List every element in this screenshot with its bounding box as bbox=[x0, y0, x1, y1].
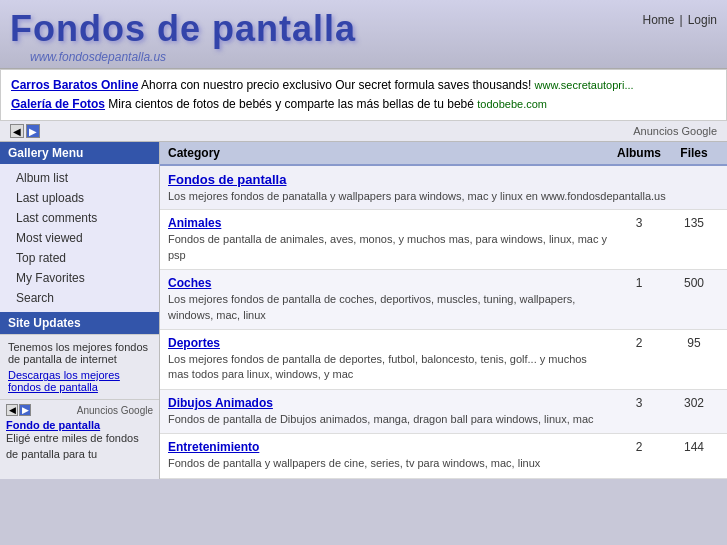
sidebar-ad-text: Eligé entre miles de fondos de pantalla … bbox=[6, 432, 139, 459]
ad-green-2: todobebe.com bbox=[477, 98, 547, 110]
ad-nav-buttons: ◀ ▶ bbox=[10, 124, 40, 138]
site-updates-title: Site Updates bbox=[0, 312, 159, 334]
header-nav: Home | Login bbox=[642, 8, 717, 27]
category-files-count: 135 bbox=[669, 216, 719, 230]
nav-separator: | bbox=[680, 13, 683, 27]
ad-row-2: Galería de Fotos Mira cientos de fotos d… bbox=[11, 95, 716, 114]
sidebar-ad-content: Fondo de pantalla Eligé entre miles de f… bbox=[6, 419, 153, 462]
sidebar-item-my-favorites[interactable]: My Favorites bbox=[0, 268, 159, 288]
site-updates-text: Tenemos los mejores fondos de pantalla d… bbox=[8, 341, 151, 365]
sidebar-ad-next-btn[interactable]: ▶ bbox=[19, 404, 31, 416]
category-name[interactable]: Dibujos Animados bbox=[168, 396, 609, 410]
table-row: Deportes Los mejores fondos de pantalla … bbox=[160, 330, 727, 390]
logo-area: Fondos de pantalla www.fondosdepantalla.… bbox=[10, 8, 356, 64]
sidebar-item-top-rated[interactable]: Top rated bbox=[0, 248, 159, 268]
ad-green-1: www.secretautopri... bbox=[535, 79, 634, 91]
category-desc: Fondos de pantalla de animales, aves, mo… bbox=[168, 233, 607, 260]
site-url: www.fondosdepantalla.us bbox=[30, 50, 166, 64]
top-category-row: Fondos de pantalla Los mejores fondos de… bbox=[160, 166, 727, 210]
sidebar-ad-google-label: Anuncios Google bbox=[77, 405, 153, 416]
gallery-menu-title: Gallery Menu bbox=[0, 142, 159, 164]
sidebar-item-last-uploads[interactable]: Last uploads bbox=[0, 188, 159, 208]
category-name[interactable]: Animales bbox=[168, 216, 609, 230]
col-category-header: Category bbox=[168, 146, 609, 160]
category-info: Dibujos Animados Fondos de pantalla de D… bbox=[168, 396, 609, 427]
gallery-menu: Album list Last uploads Last comments Mo… bbox=[0, 164, 159, 312]
google-ads-label: Anuncios Google bbox=[633, 125, 717, 137]
sidebar-item-last-comments[interactable]: Last comments bbox=[0, 208, 159, 228]
category-info: Deportes Los mejores fondos de pantalla … bbox=[168, 336, 609, 383]
col-albums-header: Albums bbox=[609, 146, 669, 160]
category-files-count: 95 bbox=[669, 336, 719, 350]
site-updates-content: Tenemos los mejores fondos de pantalla d… bbox=[0, 334, 159, 399]
ad-banner: Carros Baratos Online Ahorra con nuestro… bbox=[0, 69, 727, 121]
category-info: Coches Los mejores fondos de pantalla de… bbox=[168, 276, 609, 323]
ad-prev-button[interactable]: ◀ bbox=[10, 124, 24, 138]
main-content: Gallery Menu Album list Last uploads Las… bbox=[0, 142, 727, 478]
table-row: Dibujos Animados Fondos de pantalla de D… bbox=[160, 390, 727, 434]
category-desc: Fondos de pantalla y wallpapers de cine,… bbox=[168, 457, 540, 469]
ad-body-1: Ahorra con nuestro precio exclusivo Our … bbox=[138, 78, 531, 92]
category-albums-count: 1 bbox=[609, 276, 669, 290]
content-table-header: Category Albums Files bbox=[160, 142, 727, 166]
top-category-name[interactable]: Fondos de pantalla bbox=[168, 172, 719, 187]
category-name[interactable]: Entretenimiento bbox=[168, 440, 609, 454]
ad-link-2[interactable]: Galería de Fotos bbox=[11, 97, 105, 111]
category-desc: Los mejores fondos de pantalla de coches… bbox=[168, 293, 575, 320]
table-row: Coches Los mejores fondos de pantalla de… bbox=[160, 270, 727, 330]
sidebar-ad-prev-btn[interactable]: ◀ bbox=[6, 404, 18, 416]
category-files-count: 144 bbox=[669, 440, 719, 454]
ad-next-button[interactable]: ▶ bbox=[26, 124, 40, 138]
category-albums-count: 2 bbox=[609, 440, 669, 454]
category-files-count: 500 bbox=[669, 276, 719, 290]
category-desc: Fondos de pantalla de Dibujos animados, … bbox=[168, 413, 594, 425]
category-albums-count: 3 bbox=[609, 216, 669, 230]
category-name[interactable]: Deportes bbox=[168, 336, 609, 350]
content-area: Category Albums Files Fondos de pantalla… bbox=[160, 142, 727, 478]
sidebar-ad-box: ◀ ▶ Anuncios Google Fondo de pantalla El… bbox=[0, 399, 159, 466]
sidebar-item-album-list[interactable]: Album list bbox=[0, 168, 159, 188]
site-updates-link[interactable]: Descargas los mejores fondos de pantalla bbox=[8, 369, 120, 393]
table-row: Animales Fondos de pantalla de animales,… bbox=[160, 210, 727, 270]
login-link[interactable]: Login bbox=[688, 13, 717, 27]
sidebar-ad-link[interactable]: Fondo de pantalla bbox=[6, 419, 100, 431]
categories-list: Animales Fondos de pantalla de animales,… bbox=[160, 210, 727, 478]
ad-body-2: Mira cientos de fotos de bebés y compart… bbox=[105, 97, 474, 111]
category-desc: Los mejores fondos de pantalla de deport… bbox=[168, 353, 587, 380]
category-albums-count: 2 bbox=[609, 336, 669, 350]
table-row: Entretenimiento Fondos de pantalla y wal… bbox=[160, 434, 727, 478]
sidebar-ad-nav: ◀ ▶ bbox=[6, 404, 31, 416]
sidebar-ad-header: ◀ ▶ Anuncios Google bbox=[6, 404, 153, 416]
sidebar: Gallery Menu Album list Last uploads Las… bbox=[0, 142, 160, 478]
col-files-header: Files bbox=[669, 146, 719, 160]
ad-row-1: Carros Baratos Online Ahorra con nuestro… bbox=[11, 76, 716, 95]
ad-link-1[interactable]: Carros Baratos Online bbox=[11, 78, 138, 92]
home-link[interactable]: Home bbox=[642, 13, 674, 27]
sidebar-item-search[interactable]: Search bbox=[0, 288, 159, 308]
ad-footer: ◀ ▶ Anuncios Google bbox=[0, 121, 727, 142]
top-category-desc: Los mejores fondos de panatalla y wallpa… bbox=[168, 190, 666, 202]
sidebar-item-most-viewed[interactable]: Most viewed bbox=[0, 228, 159, 248]
category-albums-count: 3 bbox=[609, 396, 669, 410]
site-title: Fondos de pantalla bbox=[10, 8, 356, 50]
category-info: Animales Fondos de pantalla de animales,… bbox=[168, 216, 609, 263]
category-name[interactable]: Coches bbox=[168, 276, 609, 290]
category-info: Entretenimiento Fondos de pantalla y wal… bbox=[168, 440, 609, 471]
category-files-count: 302 bbox=[669, 396, 719, 410]
page-header: Fondos de pantalla www.fondosdepantalla.… bbox=[0, 0, 727, 69]
